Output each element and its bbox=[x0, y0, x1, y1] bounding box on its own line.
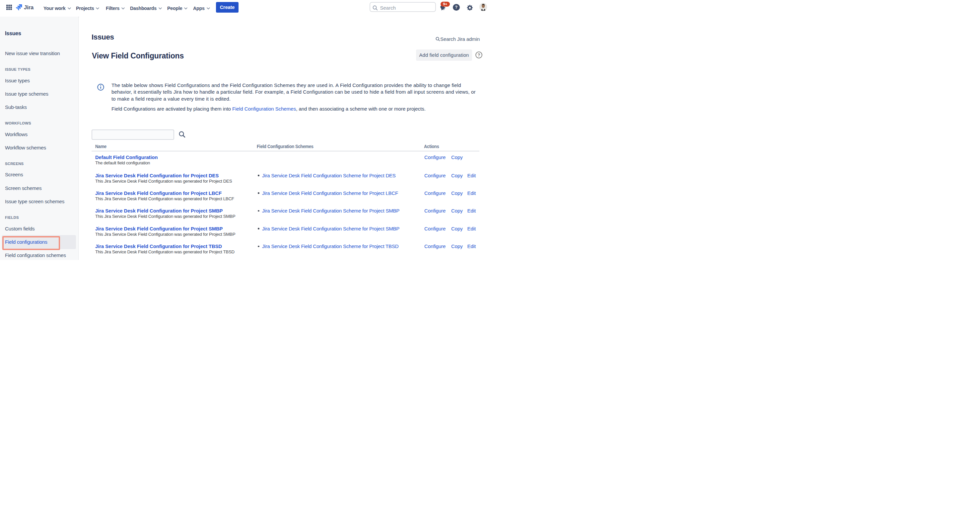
svg-text:?: ? bbox=[478, 53, 480, 57]
